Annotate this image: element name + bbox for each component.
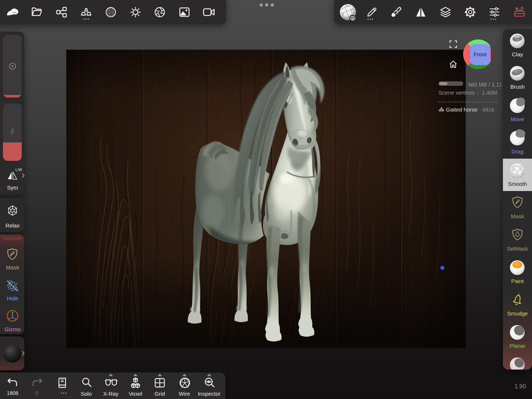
svg-text:Front: Front (473, 51, 487, 57)
